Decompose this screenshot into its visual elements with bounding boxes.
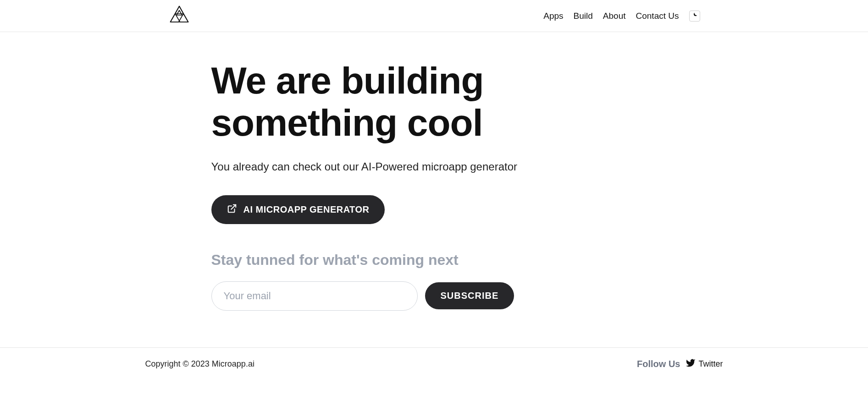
cta-label: AI MICROAPP GENERATOR	[243, 204, 370, 215]
stay-tuned-heading: Stay tunned for what's coming next	[211, 252, 560, 269]
moon-icon	[691, 12, 698, 20]
main: We are building something cool You alrea…	[168, 32, 700, 347]
penrose-triangle-icon	[168, 4, 190, 28]
theme-toggle-button[interactable]	[689, 11, 700, 22]
logo-link[interactable]	[168, 4, 190, 28]
footer: Copyright © 2023 Microapp.ai Follow Us T…	[0, 347, 868, 380]
nav-item-contact[interactable]: Contact Us	[636, 11, 679, 21]
header: Apps Build About Contact Us	[0, 0, 868, 32]
hero-title: We are building something cool	[211, 60, 560, 144]
external-link-icon	[227, 203, 237, 216]
twitter-link[interactable]: Twitter	[686, 358, 723, 370]
twitter-label: Twitter	[698, 359, 723, 369]
ai-microapp-generator-button[interactable]: AI MICROAPP GENERATOR	[211, 195, 385, 224]
follow-label: Follow Us	[637, 359, 680, 369]
hero-subtitle: You already can check out our AI-Powered…	[211, 160, 560, 173]
main-nav: Apps Build About Contact Us	[543, 11, 700, 22]
nav-item-about[interactable]: About	[603, 11, 626, 21]
subscribe-button[interactable]: SUBSCRIBE	[425, 282, 514, 309]
svg-line-0	[231, 204, 236, 209]
email-input[interactable]	[211, 281, 418, 311]
nav-item-apps[interactable]: Apps	[543, 11, 563, 21]
nav-item-build[interactable]: Build	[574, 11, 593, 21]
subscribe-form: SUBSCRIBE	[211, 281, 523, 311]
copyright-text: Copyright © 2023 Microapp.ai	[145, 359, 254, 369]
follow-us: Follow Us Twitter	[637, 358, 723, 370]
twitter-icon	[686, 358, 696, 370]
